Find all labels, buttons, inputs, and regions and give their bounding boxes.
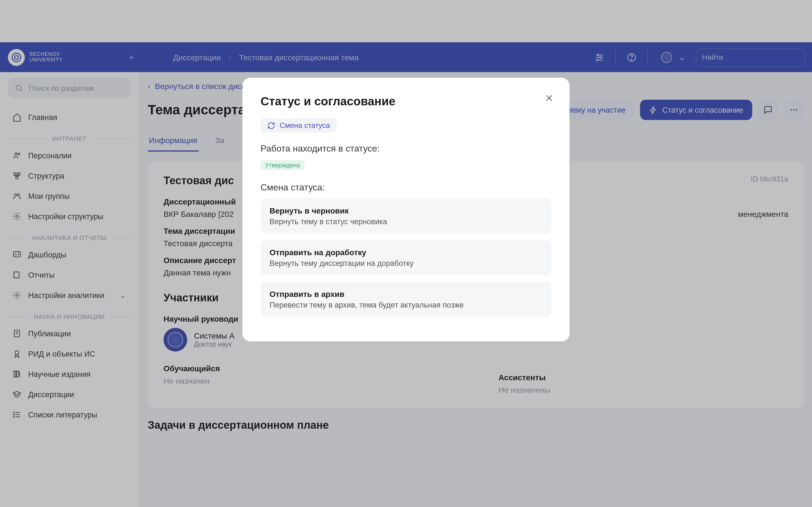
close-icon xyxy=(545,94,554,103)
status-option-rework[interactable]: Отправить на доработку Вернуть тему дисс… xyxy=(260,240,552,276)
status-option-archive[interactable]: Отправить в архив Перевести тему в архив… xyxy=(260,282,552,317)
change-status-label: Смена статуса: xyxy=(260,182,552,193)
chip-label: Смена статуса xyxy=(280,121,330,129)
option-title: Отправить на доработку xyxy=(269,248,543,257)
close-button[interactable] xyxy=(541,90,557,106)
option-desc: Перевести тему в архив, тема будет актуа… xyxy=(269,301,543,309)
option-desc: Вернуть тему в статус черновика xyxy=(269,217,543,226)
status-modal: Статус и согласование Смена статуса Рабо… xyxy=(243,78,569,341)
option-desc: Вернуть тему диссертации на доработку xyxy=(269,259,543,268)
current-status-label: Работа находится в статусе: xyxy=(260,144,552,154)
refresh-icon xyxy=(267,121,275,129)
option-title: Отправить в архив xyxy=(269,290,543,298)
current-status-badge: Утверждена xyxy=(260,160,305,170)
modal-overlay[interactable]: Статус и согласование Смена статуса Рабо… xyxy=(0,0,812,507)
option-title: Вернуть в черновик xyxy=(269,206,543,215)
status-option-draft[interactable]: Вернуть в черновик Вернуть тему в статус… xyxy=(260,198,552,234)
modal-title: Статус и согласование xyxy=(260,95,552,108)
change-status-chip[interactable]: Смена статуса xyxy=(260,118,337,132)
